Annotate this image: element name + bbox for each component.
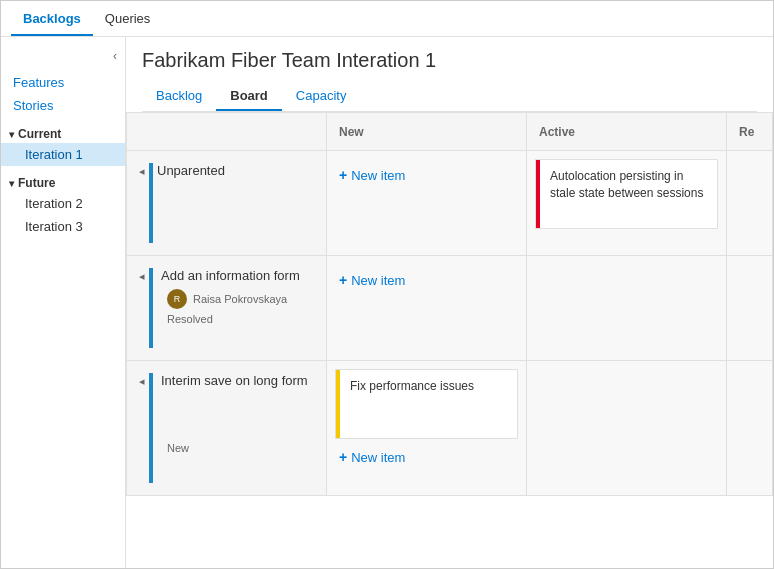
re-column-row3	[727, 361, 773, 496]
card-text-performance: Fix performance issues	[344, 378, 509, 395]
triangle-icon-future: ▾	[9, 178, 14, 189]
card-autolocation[interactable]: Autolocation persisting in stale state b…	[535, 159, 718, 229]
new-column-row1: + New item	[327, 151, 527, 256]
tab-capacity[interactable]: Capacity	[282, 82, 361, 111]
active-column-row1: Autolocation persisting in stale state b…	[527, 151, 727, 256]
plus-icon-row3: +	[339, 449, 347, 465]
row-status-resolved: Resolved	[161, 313, 300, 325]
sidebar-link-stories[interactable]: Stories	[1, 94, 125, 117]
col-header-active: Active	[527, 113, 727, 151]
tab-backlog[interactable]: Backlog	[142, 82, 216, 111]
new-item-label-row2[interactable]: New item	[351, 273, 405, 288]
card-yellow-bar	[336, 370, 340, 438]
plus-icon-row2: +	[339, 272, 347, 288]
new-item-label-row3[interactable]: New item	[351, 450, 405, 465]
col-header-new: New	[327, 113, 527, 151]
tab-board[interactable]: Board	[216, 82, 282, 111]
card-performance[interactable]: Fix performance issues	[335, 369, 518, 439]
sidebar-item-iteration3[interactable]: Iteration 3	[1, 215, 125, 238]
re-column-row1	[727, 151, 773, 256]
triangle-icon: ▾	[9, 129, 14, 140]
avatar-raisa: R	[167, 289, 187, 309]
new-item-btn-row3[interactable]: + New item	[335, 445, 518, 469]
sidebar-item-iteration2[interactable]: Iteration 2	[1, 192, 125, 215]
row-label-interimform: Interim save on long form	[161, 373, 308, 388]
new-column-row2: + New item	[327, 256, 527, 361]
page-title: Fabrikam Fiber Team Interation 1	[142, 49, 757, 72]
sidebar-group-current: ▾ Current	[1, 121, 125, 143]
new-item-label-row1[interactable]: New item	[351, 168, 405, 183]
new-item-btn-row1[interactable]: + New item	[335, 163, 518, 187]
row-label-cell-infoform: ◂ Add an information form R Raisa Pokrov…	[127, 256, 327, 361]
sidebar-link-features[interactable]: Features	[1, 71, 125, 94]
row-blue-bar	[149, 163, 153, 243]
row-status-new: New	[161, 442, 308, 454]
row-assignee: R Raisa Pokrovskaya	[161, 289, 300, 309]
row-label-unparented: Unparented	[157, 163, 225, 178]
col-header-row	[127, 113, 327, 151]
new-column-row3: Fix performance issues + New item	[327, 361, 527, 496]
plus-icon-row1: +	[339, 167, 347, 183]
card-text-autolocation: Autolocation persisting in stale state b…	[544, 168, 709, 202]
active-column-row3	[527, 361, 727, 496]
row-blue-bar-2	[149, 268, 153, 348]
row-label-infoform: Add an information form	[161, 268, 300, 283]
row-triangle-icon-2: ◂	[139, 270, 145, 283]
row-triangle-icon: ◂	[139, 165, 145, 178]
sidebar-collapse-icon[interactable]: ‹	[113, 49, 117, 63]
active-column-row2	[527, 256, 727, 361]
re-column-row2	[727, 256, 773, 361]
card-red-bar	[536, 160, 540, 228]
tab-queries[interactable]: Queries	[93, 3, 163, 36]
new-item-btn-row2[interactable]: + New item	[335, 268, 518, 292]
row-triangle-icon-3: ◂	[139, 375, 145, 388]
sidebar-group-future: ▾ Future	[1, 170, 125, 192]
row-label-cell-interimform: ◂ Interim save on long form New	[127, 361, 327, 496]
row-label-cell-unparented: ◂ Unparented	[127, 151, 327, 256]
col-header-re: Re	[727, 113, 773, 151]
assignee-name: Raisa Pokrovskaya	[193, 293, 287, 305]
row-blue-bar-3	[149, 373, 153, 483]
sidebar-item-iteration1[interactable]: Iteration 1	[1, 143, 125, 166]
tab-backlogs[interactable]: Backlogs	[11, 3, 93, 36]
